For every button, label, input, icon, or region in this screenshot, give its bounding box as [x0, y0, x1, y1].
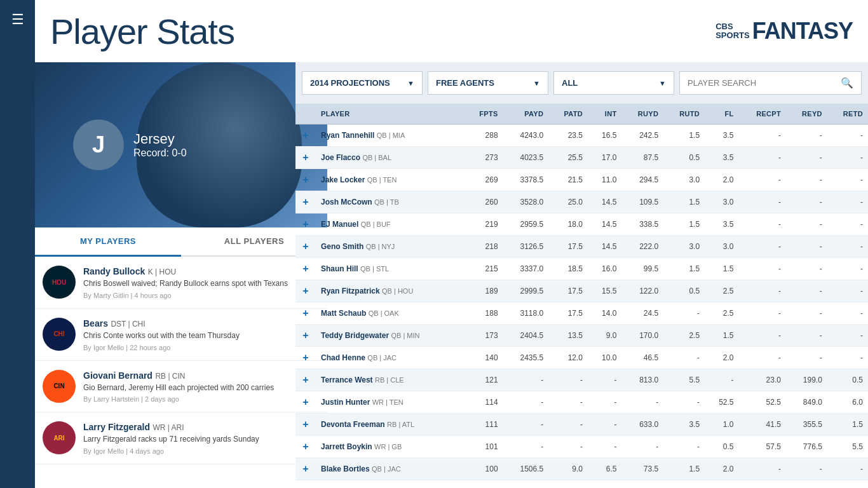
- retd-cell: -: [827, 347, 868, 369]
- fl-cell: 1.5: [705, 258, 738, 280]
- recpt-cell: 23.0: [739, 369, 786, 391]
- add-button-cell[interactable]: +: [295, 325, 316, 347]
- fl-cell: 0.5: [705, 436, 738, 458]
- add-button-cell[interactable]: +: [295, 391, 316, 414]
- retd-cell: 1.5: [827, 414, 868, 436]
- ruyd-cell: 99.5: [621, 258, 663, 280]
- add-player-button[interactable]: +: [301, 396, 311, 408]
- tab-my-players[interactable]: MY PLAYERS: [35, 227, 181, 257]
- col-payd: PAYD: [503, 104, 549, 125]
- add-button-cell[interactable]: +: [295, 169, 316, 191]
- add-player-button[interactable]: +: [301, 219, 311, 230]
- add-player-button[interactable]: +: [301, 330, 311, 341]
- add-button-cell[interactable]: +: [295, 214, 316, 236]
- patd-cell: 17.5: [548, 236, 588, 258]
- int-cell: 10.0: [588, 347, 621, 369]
- col-reyd: REYD: [786, 104, 827, 125]
- recpt-cell: 52.5: [739, 391, 786, 414]
- news-meta: By Larry Hartstein | 2 days ago: [83, 395, 320, 403]
- col-retd: RETD: [827, 104, 868, 125]
- recpt-cell: -: [739, 147, 786, 169]
- add-button-cell[interactable]: +: [295, 436, 316, 458]
- add-button-cell[interactable]: +: [295, 191, 316, 214]
- rutd-cell: 3.0: [663, 236, 705, 258]
- retd-cell: 5.5: [827, 436, 868, 458]
- add-button-cell[interactable]: +: [295, 347, 316, 369]
- add-button-cell[interactable]: +: [295, 369, 316, 391]
- pool-filter[interactable]: FREE AGENTS ▼: [428, 71, 548, 95]
- reyd-cell: 355.5: [786, 414, 827, 436]
- reyd-cell: -: [786, 458, 827, 480]
- add-button-cell[interactable]: +: [295, 236, 316, 258]
- player-cell: Devonta Freeman RB | ATL: [316, 414, 464, 436]
- news-text: Gio Bernard, Jeremy Hill each projected …: [83, 383, 320, 393]
- news-player-name: Bears DST | CHI: [83, 318, 320, 329]
- recpt-cell: -: [739, 236, 786, 258]
- patd-cell: 12.0: [548, 347, 588, 369]
- add-player-button[interactable]: +: [301, 196, 311, 208]
- table-container[interactable]: PLAYER FPTS PAYD PATD INT RUYD RUTD FL R…: [295, 104, 868, 488]
- add-player-button[interactable]: +: [301, 352, 311, 363]
- retd-cell: -: [827, 169, 868, 191]
- reyd-cell: -: [786, 347, 827, 369]
- left-panel: J Jersey Record: 0-0 MY PLAYERS ALL PLAY…: [35, 62, 327, 488]
- col-fl: FL: [705, 104, 738, 125]
- add-player-button[interactable]: +: [301, 419, 311, 430]
- add-player-button[interactable]: +: [301, 263, 311, 274]
- fl-cell: 1.5: [705, 325, 738, 347]
- add-button-cell[interactable]: +: [295, 147, 316, 169]
- add-button-cell[interactable]: +: [295, 414, 316, 436]
- add-button-cell[interactable]: +: [295, 258, 316, 280]
- patd-cell: -: [548, 436, 588, 458]
- table-row: + Teddy Bridgewater QB | MIN 173 2404.5 …: [295, 325, 868, 347]
- add-player-button[interactable]: +: [301, 374, 311, 386]
- patd-cell: 17.5: [548, 302, 588, 325]
- add-button-cell[interactable]: +: [295, 302, 316, 325]
- ruyd-cell: 242.5: [621, 125, 663, 147]
- add-player-button[interactable]: +: [301, 130, 311, 141]
- position-filter[interactable]: ALL ▼: [553, 71, 674, 95]
- position-chevron-icon: ▼: [651, 79, 666, 87]
- add-button-cell[interactable]: +: [295, 280, 316, 302]
- int-cell: 9.0: [588, 325, 621, 347]
- retd-cell: -: [827, 280, 868, 302]
- season-filter[interactable]: 2014 PROJECTIONS ▼: [302, 71, 423, 95]
- add-player-button[interactable]: +: [301, 463, 311, 475]
- add-player-button[interactable]: +: [301, 441, 311, 452]
- rutd-cell: -: [663, 302, 705, 325]
- reyd-cell: -: [786, 258, 827, 280]
- add-button-cell[interactable]: +: [295, 125, 316, 147]
- news-text: Chris Conte works out with the team Thur…: [83, 330, 320, 341]
- add-player-button[interactable]: +: [301, 241, 311, 252]
- add-player-button[interactable]: +: [301, 285, 311, 297]
- fpts-cell: 114: [464, 391, 503, 414]
- int-cell: 6.5: [588, 458, 621, 480]
- recpt-cell: -: [739, 125, 786, 147]
- team-logo: HOU: [43, 266, 76, 299]
- add-player-button[interactable]: +: [301, 308, 311, 319]
- reyd-cell: -: [786, 125, 827, 147]
- add-player-button[interactable]: +: [301, 152, 311, 163]
- ruyd-cell: 338.5: [621, 214, 663, 236]
- fpts-cell: 215: [464, 258, 503, 280]
- hero-background: J Jersey Record: 0-0: [35, 62, 327, 227]
- add-button-cell[interactable]: +: [295, 458, 316, 480]
- hamburger-icon[interactable]: ☰: [11, 11, 24, 28]
- add-player-button[interactable]: +: [301, 174, 311, 186]
- reyd-cell: 849.0: [786, 391, 827, 414]
- reyd-cell: 776.5: [786, 436, 827, 458]
- recpt-cell: -: [739, 191, 786, 214]
- payd-cell: 3118.0: [503, 302, 549, 325]
- rutd-cell: 0.5: [663, 280, 705, 302]
- table-row: + Shaun Hill QB | STL 215 3337.0 18.5 16…: [295, 258, 868, 280]
- reyd-cell: -: [786, 191, 827, 214]
- retd-cell: -: [827, 325, 868, 347]
- reyd-cell: 199.0: [786, 369, 827, 391]
- search-input[interactable]: [688, 78, 841, 88]
- table-row: + Jarrett Boykin WR | GB 101 - - - - - 0…: [295, 436, 868, 458]
- retd-cell: -: [827, 214, 868, 236]
- fl-cell: 3.5: [705, 214, 738, 236]
- payd-cell: -: [503, 369, 549, 391]
- reyd-cell: -: [786, 325, 827, 347]
- payd-cell: 4023.5: [503, 147, 549, 169]
